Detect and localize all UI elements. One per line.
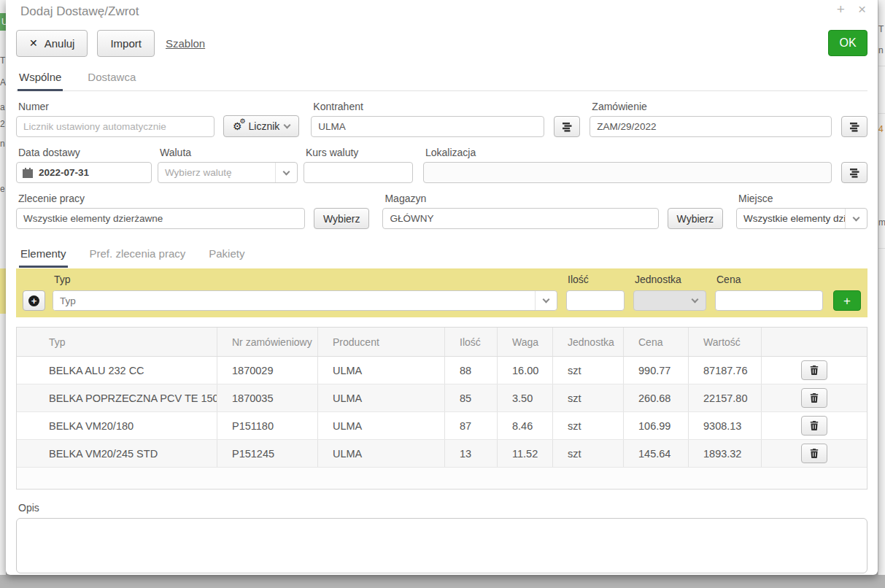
cell-producent: ULMA [317,384,444,411]
plus-circle-icon: + [28,295,39,306]
opis-textarea[interactable] [16,518,867,573]
magazyn-label: Magazyn [384,193,658,204]
ok-button-label: OK [839,36,856,50]
table-row: BELKA ALU 232 CC1870029ULMA8816.00szt990… [17,357,867,384]
column-header-nr_zamowieniowy: Nr zamówieniowy [217,328,317,356]
cell-typ: BELKA VM20/180 [17,412,217,439]
calendar-icon [17,168,39,178]
lokalizacja-input[interactable] [423,162,832,183]
maximize-icon[interactable]: + [837,3,845,16]
subtab-pref-zlecenia[interactable]: Pref. zlecenia pracy [88,244,188,267]
cell-actions [761,384,867,411]
zamowienie-list-button[interactable] [841,116,867,137]
cell-waga: 16.00 [497,357,552,384]
tab-wspolne[interactable]: Wspólne [18,68,63,91]
typ-input[interactable] [53,291,535,310]
dialog-toolbar: ✕ Anuluj Import Szablon OK [16,29,867,57]
background-right-strip: Tn4m [878,0,885,588]
kontrahent-label: Kontrahent [313,101,544,112]
numer-input[interactable] [16,116,215,137]
chevron-down-icon [853,214,860,221]
cell-actions [761,440,867,467]
import-button-label: Import [110,37,142,50]
background-bottom [0,575,885,588]
column-header-typ: Typ [17,328,217,356]
cell-nr_zamowieniowy: P151180 [217,412,317,439]
cancel-button[interactable]: ✕ Anuluj [16,30,88,57]
kontrahent-list-button[interactable] [554,116,580,137]
dialog-title: Dodaj Dostawę/Zwrot [20,4,867,19]
expand-add-button[interactable]: + [23,290,45,311]
cell-producent: ULMA [317,440,444,467]
kurs-waluty-input[interactable] [304,162,413,183]
waluta-placeholder: Wybierz walutę [158,167,275,178]
addbar-ilosc-label: Ilość [568,274,625,285]
waluta-label: Waluta [160,147,298,158]
column-header-producent: Producent [317,328,444,356]
background-fragment: 2 [0,119,5,129]
addbar-typ-label: Typ [54,274,557,285]
cell-wartosc: 22157.80 [688,384,761,411]
sub-tabs: Elementy Pref. zlecenia pracy Pakiety [16,244,867,267]
cell-cena: 260.68 [623,384,688,411]
form-row-2: Data dostawy 2022-07-31 Waluta Wybierz w… [16,137,867,183]
close-icon[interactable]: × [858,3,866,16]
data-dostawy-input[interactable]: 2022-07-31 [16,162,152,183]
import-button[interactable]: Import [97,30,155,57]
list-icon [849,122,859,132]
background-fragment: T [878,24,884,34]
background-fragment: e [0,184,5,194]
zamowienie-label: Zamówienie [592,101,832,112]
data-dostawy-label: Data dostawy [18,147,152,158]
background-fragment: n [878,45,884,55]
addbar-cena-label: Cena [716,274,823,285]
cell-typ: BELKA ALU 232 CC [17,357,217,384]
numer-label: Numer [18,101,215,112]
miejsce-label: Miejsce [738,193,867,204]
cell-ilosc: 87 [444,412,497,439]
typ-combobox[interactable] [53,290,557,311]
lokalizacja-list-button[interactable] [841,162,867,183]
add-item-button[interactable]: + [833,290,861,311]
ok-button[interactable]: OK [828,30,867,56]
zamowienie-input[interactable] [590,116,832,137]
column-header-jednostka: Jednostka [552,328,623,356]
licznik-button[interactable]: ⚙⚙ Licznik [223,115,299,137]
chevron-down-icon [691,296,698,303]
zlecenie-wybierz-button[interactable]: Wybierz [314,208,369,229]
cell-ilosc: 13 [444,440,497,467]
background-fragment: U [0,13,6,31]
magazyn-wybierz-button[interactable]: Wybierz [668,208,723,229]
list-icon [562,122,572,132]
cell-jednostka: szt [552,412,623,439]
background-left-strip: UTANa2ne [0,0,6,588]
subtab-pakiety[interactable]: Pakiety [207,244,246,267]
items-table: TypNr zamówieniowyProducentIlośćWagaJedn… [16,327,867,490]
miejsce-select[interactable]: Wszystkie elementy dzierża [736,208,867,229]
tab-dostawca[interactable]: Dostawca [86,68,137,90]
list-icon [849,168,859,178]
template-link[interactable]: Szablon [166,37,205,50]
cell-nr_zamowieniowy: 1870029 [217,357,317,384]
cell-wartosc: 1893.32 [688,440,761,467]
delete-row-button[interactable] [801,416,827,436]
kontrahent-input[interactable] [311,116,544,137]
jednostka-select[interactable] [633,290,706,311]
chevron-down-icon [283,168,290,175]
background-fragment: n [0,139,5,149]
cena-input[interactable] [715,290,823,311]
delete-row-button[interactable] [801,444,827,463]
zlecenie-pracy-input[interactable] [16,208,305,229]
delete-row-button[interactable] [801,388,827,408]
zlecenie-pracy-label: Zlecenie pracy [18,193,305,204]
delete-row-button[interactable] [801,360,827,380]
subtab-elementy[interactable]: Elementy [19,244,68,268]
gears-icon: ⚙⚙ [233,121,242,131]
miejsce-value: Wszystkie elementy dzierża [737,213,845,224]
items-table-body: BELKA ALU 232 CC1870029ULMA8816.00szt990… [17,357,867,468]
trash-icon [810,365,819,375]
ilosc-input[interactable] [566,290,625,311]
waluta-select[interactable]: Wybierz walutę [158,162,298,183]
cell-producent: ULMA [317,357,444,384]
magazyn-input[interactable] [382,208,658,229]
